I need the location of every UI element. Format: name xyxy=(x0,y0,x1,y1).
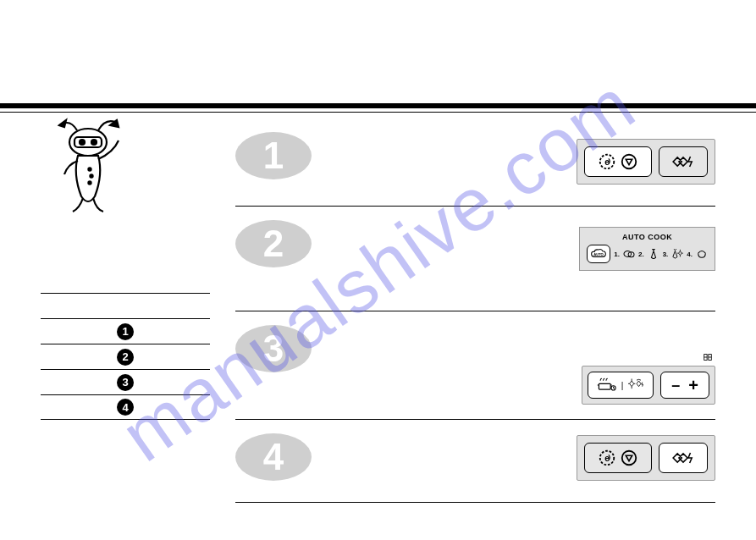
summary-row-1: 1 xyxy=(41,318,210,344)
frozen-veg-icon xyxy=(671,249,683,259)
svg-point-5 xyxy=(90,174,92,177)
step-number-3: 3 xyxy=(235,325,312,372)
control-panel-3: | – + xyxy=(582,366,715,405)
plus-minus-button[interactable]: – + xyxy=(660,372,709,399)
carrot-icon xyxy=(648,249,659,259)
eco-icon: e xyxy=(598,152,616,171)
svg-point-9 xyxy=(622,155,637,169)
step-digit-4: 4 xyxy=(263,436,284,478)
summary-table: 1 2 3 4 xyxy=(41,293,210,420)
option-2-label: 2. xyxy=(638,251,644,258)
option-1-label: 1. xyxy=(614,251,620,258)
bowl-icon xyxy=(696,249,708,259)
svg-rect-15 xyxy=(599,383,610,389)
summary-row-3: 3 xyxy=(41,369,210,394)
step-number-1: 1 xyxy=(235,132,312,179)
control-panel-1: e xyxy=(577,139,715,185)
start-diamonds-icon xyxy=(669,152,698,171)
start-button-4[interactable] xyxy=(659,443,708,473)
step-1: 1 e xyxy=(235,127,715,207)
svg-rect-1 xyxy=(74,137,102,147)
circled-number-2: 2 xyxy=(117,349,134,366)
potato-icon xyxy=(623,249,635,259)
autocook-label: AUTO COOK xyxy=(622,233,672,241)
divider: | xyxy=(621,381,624,390)
circled-number-4: 4 xyxy=(117,399,134,416)
step-4: 4 e xyxy=(235,428,715,503)
energy-stop-button-4[interactable]: e xyxy=(584,443,652,473)
timer-icon xyxy=(702,352,714,362)
defrost-icon xyxy=(628,377,645,393)
minus-label: – xyxy=(671,377,680,394)
svg-point-2 xyxy=(80,140,85,145)
step-2: 2 AUTO COOK AUTO 1. 2. 3. 4. xyxy=(235,215,715,311)
mascot-illustration xyxy=(47,115,132,217)
step-number-4: 4 xyxy=(235,433,312,481)
step-digit-3: 3 xyxy=(263,328,284,370)
step-digit-1: 1 xyxy=(263,135,284,177)
autocook-options-row: AUTO 1. 2. 3. 4. xyxy=(587,245,708,263)
svg-point-4 xyxy=(88,168,91,170)
start-diamonds-icon xyxy=(669,449,698,467)
svg-text:AUTO: AUTO xyxy=(593,252,604,256)
header-rule-thick xyxy=(0,103,756,108)
steam-pot-icon xyxy=(596,377,616,393)
circled-number-1: 1 xyxy=(117,323,134,340)
cloud-auto-icon: AUTO xyxy=(590,248,607,260)
svg-point-19 xyxy=(622,451,637,466)
svg-point-3 xyxy=(91,140,97,145)
summary-row-4: 4 xyxy=(41,394,210,420)
svg-point-6 xyxy=(88,181,91,184)
option-4-label: 4. xyxy=(687,251,693,258)
step-3: 3 | xyxy=(235,320,715,420)
plus-label: + xyxy=(688,376,698,395)
header-rule-thin xyxy=(0,112,756,113)
step-digit-2: 2 xyxy=(263,223,284,265)
summary-header-row xyxy=(41,293,210,318)
control-panel-4: e xyxy=(577,435,715,481)
step-number-2: 2 xyxy=(235,220,312,267)
autocook-panel: AUTO COOK AUTO 1. 2. 3. 4. xyxy=(579,227,715,271)
auto-button[interactable]: AUTO xyxy=(587,245,610,263)
start-button[interactable] xyxy=(659,146,708,177)
stop-triangle-icon xyxy=(620,152,638,171)
option-3-label: 3. xyxy=(663,251,669,258)
circled-number-3: 3 xyxy=(117,374,134,391)
summary-row-2: 2 xyxy=(41,344,210,369)
steps-column: 1 e 2 AUTO COOK xyxy=(235,127,715,503)
eco-icon: e xyxy=(598,449,616,467)
energy-stop-button[interactable]: e xyxy=(584,146,652,177)
stop-triangle-icon xyxy=(620,449,638,467)
cook-mode-button[interactable]: | xyxy=(588,372,654,399)
